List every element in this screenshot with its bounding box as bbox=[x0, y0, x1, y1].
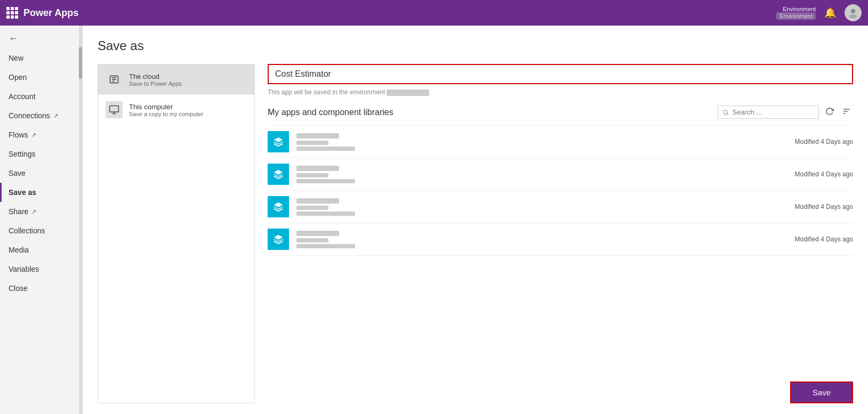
notification-icon[interactable]: 🔔 bbox=[824, 7, 836, 19]
app-info bbox=[296, 198, 784, 216]
app-info bbox=[296, 133, 784, 151]
app-row[interactable]: Modified 4 Days ago bbox=[268, 191, 853, 223]
refresh-button[interactable] bbox=[823, 106, 836, 119]
apps-actions bbox=[718, 105, 853, 119]
cloud-icon bbox=[106, 71, 123, 88]
save-button[interactable]: Save bbox=[790, 381, 853, 403]
app-icon bbox=[268, 196, 289, 217]
app-row[interactable]: Modified 4 Days ago bbox=[268, 126, 853, 158]
svg-rect-6 bbox=[110, 106, 119, 112]
computer-option-name: This computer bbox=[129, 103, 203, 111]
environment-label: Environment bbox=[776, 6, 816, 12]
app-sub-blurred bbox=[296, 141, 328, 145]
app-sub-blurred bbox=[296, 173, 328, 177]
sidebar-item-save-as[interactable]: Save as bbox=[0, 183, 82, 202]
sidebar-item-close[interactable]: Close bbox=[0, 279, 82, 298]
cloud-option-name: The cloud bbox=[129, 72, 182, 80]
app-icon bbox=[268, 229, 289, 250]
environment-hint: This app will be saved in the environmen… bbox=[268, 88, 853, 96]
app-modified: Modified 4 Days ago bbox=[784, 236, 853, 243]
app-icon bbox=[268, 164, 289, 185]
two-col-layout: The cloud Save to Power Apps This comput… bbox=[98, 64, 853, 403]
app-sub2-blurred bbox=[296, 147, 355, 151]
app-icon bbox=[268, 131, 289, 152]
computer-option-text: This computer Save a copy to my computer bbox=[129, 103, 203, 117]
connections-external-icon: ↗ bbox=[53, 112, 58, 119]
sidebar-item-new[interactable]: New bbox=[0, 48, 82, 68]
computer-option[interactable]: This computer Save a copy to my computer bbox=[98, 95, 254, 125]
sidebar-item-variables[interactable]: Variables bbox=[0, 259, 82, 279]
environment-value: Environment bbox=[776, 12, 816, 20]
sidebar-item-share[interactable]: Share ↗ bbox=[0, 202, 82, 221]
page-title: Save as bbox=[98, 38, 853, 53]
sidebar-item-save[interactable]: Save bbox=[0, 164, 82, 183]
app-modified: Modified 4 Days ago bbox=[784, 171, 853, 178]
flows-external-icon: ↗ bbox=[31, 132, 36, 139]
apps-list: Modified 4 Days ago Modified 4 Days ago bbox=[268, 125, 853, 256]
sidebar-item-media[interactable]: Media bbox=[0, 240, 82, 259]
app-name-blurred bbox=[296, 198, 339, 204]
right-panel: This app will be saved in the environmen… bbox=[255, 64, 853, 403]
app-name-blurred bbox=[296, 231, 339, 236]
sidebar: ← New Open Account Connections ↗ Flows ↗… bbox=[0, 26, 83, 414]
apps-grid-icon[interactable] bbox=[6, 7, 18, 19]
content-area: Save as The cloud Save to P bbox=[83, 26, 868, 414]
app-name-blurred bbox=[296, 166, 339, 171]
app-sub2-blurred bbox=[296, 179, 355, 183]
apps-section-header: My apps and component libraries bbox=[268, 105, 853, 119]
app-sub2-blurred bbox=[296, 212, 355, 216]
svg-point-0 bbox=[851, 9, 855, 13]
back-button[interactable]: ← bbox=[0, 26, 82, 48]
sidebar-scrollbar[interactable] bbox=[79, 26, 82, 414]
sidebar-item-settings[interactable]: Settings bbox=[0, 144, 82, 164]
sidebar-scrollbar-thumb bbox=[79, 47, 82, 79]
app-sub-blurred bbox=[296, 238, 328, 242]
app-info bbox=[296, 231, 784, 248]
app-sub2-blurred bbox=[296, 244, 355, 248]
cloud-option[interactable]: The cloud Save to Power Apps bbox=[98, 64, 254, 95]
app-title: Power Apps bbox=[23, 7, 78, 19]
app-name-blurred bbox=[296, 133, 339, 139]
share-external-icon: ↗ bbox=[31, 208, 36, 215]
app-row[interactable]: Modified 4 Days ago bbox=[268, 223, 853, 256]
apps-search-input[interactable] bbox=[733, 108, 815, 116]
svg-line-10 bbox=[727, 113, 728, 115]
app-name-field-wrap bbox=[268, 64, 853, 84]
computer-icon bbox=[106, 101, 123, 118]
app-modified: Modified 4 Days ago bbox=[784, 138, 853, 145]
sidebar-item-account[interactable]: Account bbox=[0, 87, 82, 106]
svg-point-9 bbox=[724, 110, 727, 113]
app-row[interactable]: Modified 4 Days ago bbox=[268, 158, 853, 191]
svg-point-1 bbox=[849, 14, 857, 18]
search-box[interactable] bbox=[718, 105, 819, 119]
sidebar-item-collections[interactable]: Collections bbox=[0, 221, 82, 240]
user-avatar[interactable] bbox=[845, 4, 862, 21]
app-modified: Modified 4 Days ago bbox=[784, 203, 853, 210]
computer-option-sub: Save a copy to my computer bbox=[129, 111, 203, 117]
save-button-wrap: Save bbox=[790, 381, 853, 403]
environment-name-blurred bbox=[387, 90, 429, 96]
main-layout: ← New Open Account Connections ↗ Flows ↗… bbox=[0, 26, 868, 414]
sidebar-item-open[interactable]: Open bbox=[0, 68, 82, 87]
search-icon bbox=[722, 109, 729, 116]
app-sub-blurred bbox=[296, 206, 328, 210]
app-info bbox=[296, 166, 784, 183]
cloud-option-text: The cloud Save to Power Apps bbox=[129, 72, 182, 87]
environment-display: Environment Environment bbox=[776, 6, 816, 20]
sort-button[interactable] bbox=[840, 106, 853, 119]
sidebar-item-connections[interactable]: Connections ↗ bbox=[0, 106, 82, 125]
app-name-input[interactable] bbox=[269, 65, 503, 83]
cloud-option-sub: Save to Power Apps bbox=[129, 80, 182, 87]
topbar-right: Environment Environment 🔔 bbox=[776, 4, 862, 21]
location-picker: The cloud Save to Power Apps This comput… bbox=[98, 64, 255, 403]
apps-section-title: My apps and component libraries bbox=[268, 108, 718, 117]
sidebar-item-flows[interactable]: Flows ↗ bbox=[0, 125, 82, 144]
topbar: Power Apps Environment Environment 🔔 bbox=[0, 0, 868, 26]
